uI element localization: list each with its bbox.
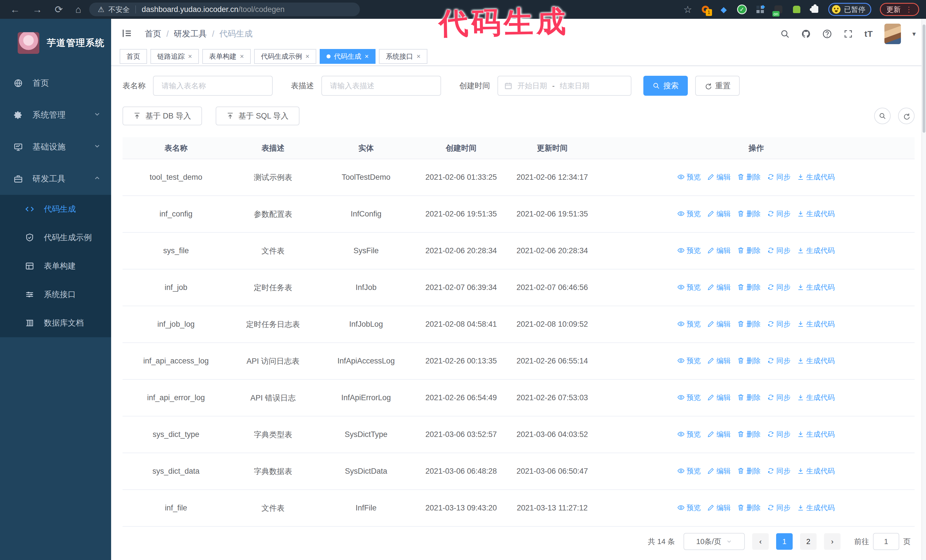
delete-link[interactable]: 删除 [737, 319, 761, 329]
edit-link[interactable]: 编辑 [707, 430, 731, 439]
home-icon[interactable]: ⌂ [76, 4, 82, 15]
extension-grid-icon[interactable]: ◆ [755, 5, 765, 14]
extension-puzzle-icon[interactable] [810, 5, 820, 14]
tab-code-generation[interactable]: 代码生成× [320, 49, 375, 64]
edit-link[interactable]: 编辑 [707, 282, 731, 292]
search-button[interactable]: 搜索 [643, 76, 688, 96]
generate-code-link[interactable]: 生成代码 [797, 246, 835, 255]
edit-link[interactable]: 编辑 [707, 319, 731, 329]
preview-link[interactable]: 预览 [678, 393, 701, 402]
delete-link[interactable]: 删除 [737, 172, 761, 182]
edit-link[interactable]: 编辑 [707, 246, 731, 255]
tab-codegen-example[interactable]: 代码生成示例× [254, 49, 316, 64]
search-icon[interactable] [780, 29, 790, 39]
generate-code-link[interactable]: 生成代码 [797, 430, 835, 439]
edit-link[interactable]: 编辑 [707, 466, 731, 476]
page-button-2[interactable]: 2 [800, 533, 817, 550]
extension-check-icon[interactable]: ✓ [737, 5, 747, 14]
delete-link[interactable]: 删除 [737, 356, 761, 365]
prev-page-button[interactable]: ‹ [752, 533, 769, 550]
avatar[interactable] [884, 24, 901, 44]
preview-link[interactable]: 预览 [678, 172, 701, 182]
generate-code-link[interactable]: 生成代码 [797, 356, 835, 365]
refresh-table-button[interactable] [898, 108, 915, 124]
tab-form-builder[interactable]: 表单构建× [202, 49, 251, 64]
extension-bot-icon[interactable] [792, 5, 802, 14]
sync-link[interactable]: 同步 [767, 466, 790, 476]
avatar-caret-down-icon[interactable]: ▾ [912, 30, 916, 38]
preview-link[interactable]: 预览 [678, 356, 701, 365]
sidebar-item-system-management[interactable]: 系统管理 [0, 99, 111, 131]
generate-code-link[interactable]: 生成代码 [797, 172, 835, 182]
close-icon[interactable]: × [416, 53, 421, 60]
extension-wheel-icon[interactable]: 1 [701, 5, 710, 14]
close-icon[interactable]: × [306, 53, 309, 60]
edit-link[interactable]: 编辑 [707, 356, 731, 365]
fullscreen-icon[interactable] [843, 29, 853, 39]
forward-icon[interactable]: → [32, 4, 42, 15]
preview-link[interactable]: 预览 [678, 319, 701, 329]
more-menu-icon[interactable]: ⋮ [905, 6, 912, 13]
sync-link[interactable]: 同步 [767, 356, 790, 365]
date-range-picker[interactable]: 开始日期 - 结束日期 [498, 76, 631, 96]
reset-button[interactable]: 重置 [695, 76, 740, 96]
sidebar-item-codegen-example[interactable]: 代码生成示例 [0, 223, 111, 252]
bookmark-star-icon[interactable]: ☆ [684, 4, 692, 15]
tab-trace[interactable]: 链路追踪× [150, 49, 199, 64]
tab-system-api[interactable]: 系统接口× [379, 49, 427, 64]
close-icon[interactable]: × [365, 53, 369, 60]
sync-link[interactable]: 同步 [767, 503, 790, 512]
import-sql-button[interactable]: 基于 SQL 导入 [216, 107, 300, 125]
delete-link[interactable]: 删除 [737, 246, 761, 255]
page-size-select[interactable]: 10条/页 [684, 533, 745, 550]
github-icon[interactable] [801, 29, 811, 39]
sync-link[interactable]: 同步 [767, 246, 790, 255]
preview-link[interactable]: 预览 [678, 430, 701, 439]
edit-link[interactable]: 编辑 [707, 209, 731, 219]
tab-home[interactable]: 首页 [120, 49, 147, 64]
sidebar-item-form-builder[interactable]: 表单构建 [0, 252, 111, 280]
preview-link[interactable]: 预览 [678, 209, 701, 219]
close-icon[interactable]: × [188, 53, 192, 60]
generate-code-link[interactable]: 生成代码 [797, 282, 835, 292]
sync-link[interactable]: 同步 [767, 319, 790, 329]
help-icon[interactable] [822, 29, 832, 39]
reload-icon[interactable]: ⟳ [55, 4, 63, 15]
preview-link[interactable]: 预览 [678, 282, 701, 292]
generate-code-link[interactable]: 生成代码 [797, 503, 835, 512]
address-bar[interactable]: ⚠ 不安全 dashboard.yudao.iocoder.cn/tool/co… [89, 3, 360, 16]
delete-link[interactable]: 删除 [737, 393, 761, 402]
delete-link[interactable]: 删除 [737, 209, 761, 219]
sidebar-item-database-doc[interactable]: 数据库文档 [0, 309, 111, 337]
preview-link[interactable]: 预览 [678, 503, 701, 512]
sidebar-item-code-generation[interactable]: 代码生成 [0, 195, 111, 223]
delete-link[interactable]: 删除 [737, 466, 761, 476]
scrollbar-thumb[interactable] [923, 24, 925, 133]
generate-code-link[interactable]: 生成代码 [797, 393, 835, 402]
edit-link[interactable]: 编辑 [707, 503, 731, 512]
edit-link[interactable]: 编辑 [707, 172, 731, 182]
toggle-search-button[interactable] [874, 108, 891, 124]
sidebar-item-system-api[interactable]: 系统接口 [0, 280, 111, 309]
generate-code-link[interactable]: 生成代码 [797, 319, 835, 329]
close-icon[interactable]: × [240, 53, 244, 60]
generate-code-link[interactable]: 生成代码 [797, 209, 835, 219]
update-button[interactable]: 更新 ⋮ [880, 3, 919, 16]
sidebar-item-home[interactable]: 首页 [0, 67, 111, 99]
delete-link[interactable]: 删除 [737, 430, 761, 439]
extension-switch-icon[interactable]: on [773, 5, 783, 14]
table-desc-input[interactable] [321, 76, 441, 96]
preview-link[interactable]: 预览 [678, 466, 701, 476]
sync-link[interactable]: 同步 [767, 172, 790, 182]
table-name-input[interactable] [153, 76, 273, 96]
goto-page-input[interactable] [873, 533, 899, 550]
paused-badge[interactable]: 已暂停 [828, 3, 871, 16]
sync-link[interactable]: 同步 [767, 393, 790, 402]
edit-link[interactable]: 编辑 [707, 393, 731, 402]
extension-gem-icon[interactable]: ◆ [719, 5, 729, 14]
import-db-button[interactable]: 基于 DB 导入 [123, 107, 202, 125]
sync-link[interactable]: 同步 [767, 209, 790, 219]
vertical-scrollbar[interactable] [921, 19, 926, 560]
back-icon[interactable]: ← [10, 4, 20, 15]
sidebar-item-dev-tools[interactable]: 研发工具 [0, 163, 111, 195]
